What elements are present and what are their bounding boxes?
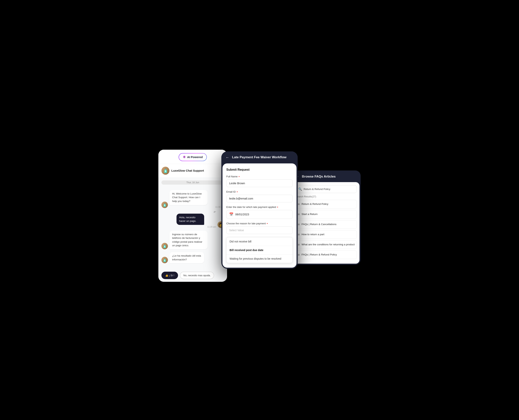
dropdown-item[interactable]: Did not receive bill bbox=[227, 237, 292, 246]
dropdown-item[interactable]: Waiting for previous disputes to be reso… bbox=[227, 255, 292, 263]
faq-list-item[interactable]: ≡ Start a Return bbox=[296, 210, 357, 219]
faq-search-box: 🔍 bbox=[296, 185, 357, 193]
chat-message-row: 🧴 ¿Le ha resultado útil esta información… bbox=[161, 252, 224, 263]
full-name-label: Full Name • bbox=[226, 175, 293, 178]
email-field: Email ID • bbox=[226, 190, 293, 202]
faq-body: 🔍 Search Results(27) ≡ Return & Refund P… bbox=[293, 182, 359, 264]
agent-message-text: ¿Le ha resultado útil esta información? bbox=[172, 254, 201, 261]
agent-bubble: Ingrese su número de teléfono de factura… bbox=[170, 231, 208, 249]
doc-icon: ≡ bbox=[298, 202, 300, 206]
yes-button[interactable]: 👍 ¡ Sí ! bbox=[161, 272, 178, 279]
ai-badge: ✳ AI Powered bbox=[178, 153, 207, 161]
agent-avatar: 🧴 bbox=[161, 243, 168, 249]
faq-item-text: Return & Refund Policy bbox=[302, 202, 328, 206]
chat-message-row: 🧴 Hi, Welcome to LuxeGlow Chat Support. … bbox=[161, 190, 224, 208]
calendar-icon: 📅 bbox=[229, 212, 233, 217]
faq-list-item[interactable]: ≡ FAQs | Return & Refund Policy bbox=[296, 250, 357, 259]
faq-item-text: FAQs | Return & Refund Policy bbox=[302, 253, 337, 257]
chat-header: 🧴 LuxeGlow Chat Support bbox=[158, 164, 227, 177]
user-bubble: Hola, necesito hacer un pago. bbox=[177, 214, 204, 225]
reason-field: Choose the reason for late payment • Sel… bbox=[226, 222, 293, 234]
agent-avatar: 🧴 bbox=[161, 257, 168, 263]
reason-label: Choose the reason for late payment • bbox=[226, 222, 293, 225]
chat-message-row: 🧴 Ingrese su número de teléfono de factu… bbox=[161, 231, 224, 249]
doc-icon: ≡ bbox=[298, 243, 300, 247]
faq-list-item[interactable]: ≡ How to return a part bbox=[296, 230, 357, 239]
ai-badge-label: AI Powered bbox=[187, 155, 203, 159]
agent-message-text: Hi, Welcome to LuxeGlow Chat Support. Ho… bbox=[172, 192, 202, 202]
date-input[interactable] bbox=[235, 213, 290, 216]
message-time: 11:29 am bbox=[177, 226, 216, 228]
doc-icon: ≡ bbox=[298, 253, 300, 257]
faq-item-text: FAQs | Return & Cancellations bbox=[302, 223, 336, 226]
scene: ✳ AI Powered 🧴 LuxeGlow Chat Support Thu… bbox=[145, 138, 374, 282]
reason-dropdown: Did not receive bill Bill received post … bbox=[226, 237, 293, 263]
dropdown-item-selected[interactable]: Bill received post due date bbox=[227, 246, 292, 255]
form-card: ← Late Payment Fee Waiver Workflow Submi… bbox=[221, 151, 298, 269]
form-header: ← Late Payment Fee Waiver Workflow bbox=[221, 151, 298, 163]
doc-icon: ≡ bbox=[298, 233, 300, 236]
chat-card: ✳ AI Powered 🧴 LuxeGlow Chat Support Thu… bbox=[158, 150, 227, 282]
form-header-title: Late Payment Fee Waiver Workflow bbox=[232, 155, 286, 159]
message-time: 11:30 am bbox=[170, 206, 224, 208]
faq-item-text: What are the conditions for returning a … bbox=[302, 243, 355, 247]
full-name-field: Full Name • bbox=[226, 175, 293, 187]
email-input[interactable] bbox=[226, 195, 293, 202]
date-input-wrap: 📅 bbox=[226, 210, 293, 219]
chat-message-row: 👩 Aᴬ Hola, necesito hacer un pago. 11:29… bbox=[161, 211, 224, 228]
faq-item-text: How to return a part bbox=[302, 233, 324, 236]
faq-header-title: Browse FAQs Articles bbox=[302, 175, 336, 179]
reason-select[interactable]: Select Value bbox=[226, 226, 293, 234]
search-icon: 🔍 bbox=[298, 187, 302, 191]
faq-item-text: Start a Return bbox=[302, 212, 318, 216]
faq-list-item[interactable]: ≡ Return & Refund Policy bbox=[296, 200, 357, 209]
no-button[interactable]: No, necesito mas ayuda. bbox=[180, 272, 214, 279]
doc-icon: ≡ bbox=[298, 213, 300, 216]
form-body: Submit Request Full Name • Email ID • bbox=[222, 163, 297, 268]
required-indicator: • bbox=[267, 222, 268, 225]
faq-results-count: Search Results(27) bbox=[296, 195, 357, 198]
full-name-input[interactable] bbox=[226, 180, 293, 187]
chat-body: Thur, 16 Jun 🧴 Hi, Welcome to LuxeGlow C… bbox=[158, 177, 227, 269]
form-section-title: Submit Request bbox=[226, 168, 293, 172]
user-message-text: Hola, necesito hacer un pago. bbox=[179, 216, 196, 223]
chat-footer: 👍 ¡ Sí ! No, necesito mas ayuda. bbox=[158, 269, 227, 282]
date-label: Enter the date for which late payment ap… bbox=[226, 205, 293, 209]
email-label: Email ID • bbox=[226, 190, 293, 194]
chat-date-label: Thur, 16 Jun bbox=[161, 180, 224, 185]
required-indicator: • bbox=[237, 190, 238, 194]
agent-message-text: Ingrese su número de teléfono de factura… bbox=[172, 233, 202, 247]
faq-list-item[interactable]: ≡ FAQs | Return & Cancellations bbox=[296, 220, 357, 229]
faq-card: ← Browse FAQs Articles 🔍 Search Results(… bbox=[292, 171, 361, 265]
agent-bubble: ¿Le ha resultado útil esta información? bbox=[170, 252, 204, 263]
required-indicator: • bbox=[238, 175, 240, 178]
faq-list-item[interactable]: ≡ What are the conditions for returning … bbox=[296, 240, 357, 249]
faq-search-input[interactable] bbox=[304, 188, 354, 191]
chat-support-name: LuxeGlow Chat Support bbox=[171, 169, 204, 172]
agent-bubble: Hi, Welcome to LuxeGlow Chat Support. Ho… bbox=[170, 190, 208, 205]
date-field: Enter the date for which late payment ap… bbox=[226, 205, 293, 219]
doc-icon: ≡ bbox=[298, 223, 300, 226]
translate-icon: Aᴬ bbox=[214, 211, 216, 213]
chat-support-avatar: 🧴 bbox=[161, 167, 170, 175]
ai-star-icon: ✳ bbox=[183, 155, 186, 159]
ai-badge-wrap: ✳ AI Powered bbox=[158, 150, 227, 164]
agent-avatar: 🧴 bbox=[161, 202, 168, 208]
faq-header: ← Browse FAQs Articles bbox=[292, 171, 361, 182]
required-indicator: • bbox=[277, 205, 278, 209]
back-arrow-icon[interactable]: ← bbox=[226, 155, 229, 160]
